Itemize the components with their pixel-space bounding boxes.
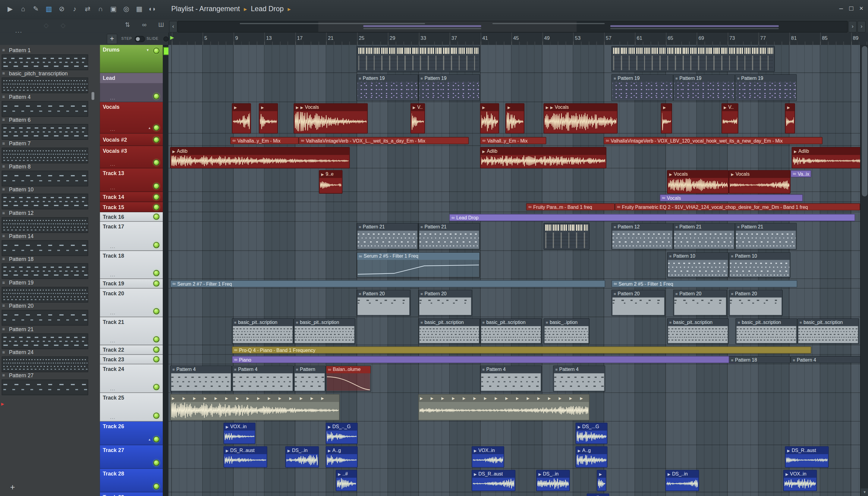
clip-ds-r-aust[interactable]: ▶DS_R..aust bbox=[785, 446, 828, 468]
maximize-button[interactable]: □ bbox=[847, 4, 856, 12]
pattern-list-item[interactable]: ≡Pattern 10 bbox=[0, 186, 100, 209]
track-header-track-27[interactable]: Track 27 bbox=[100, 445, 163, 469]
select-tool-icon[interactable]: ▣ bbox=[108, 5, 119, 13]
clip-valhallavintageverb-vox-lbv-120-vocal-hook-wet-its-a-new-day-em-mix[interactable]: ∞ValhallaVintageVerb - VOX_LBV_120_vocal… bbox=[604, 137, 823, 144]
track-menu-dots[interactable]: ... bbox=[110, 185, 115, 190]
clip-pattern-21[interactable]: ≡Pattern 21 bbox=[673, 223, 735, 250]
clip-pattern-4[interactable]: ≡Pattern 4 bbox=[232, 366, 294, 392]
clip-pattern-21[interactable]: ≡Pattern 21 bbox=[735, 223, 797, 250]
track-header-track-29[interactable]: Track 29 bbox=[100, 492, 163, 496]
track-header-track-20[interactable]: Track 20... bbox=[100, 289, 163, 317]
clip-pattern-20[interactable]: ≡Pattern 20 bbox=[357, 290, 410, 316]
clip-vocals[interactable]: ▶Vocals bbox=[729, 170, 791, 193]
track-led[interactable] bbox=[153, 194, 159, 200]
clip-basic-pit-scription[interactable]: ≡basic_pit..scription bbox=[418, 318, 480, 344]
clip-balan-olume[interactable]: ∞Balan..olume bbox=[326, 366, 371, 392]
pattern-list-item[interactable]: ≡Pattern 1 bbox=[0, 47, 100, 70]
track-led[interactable] bbox=[153, 125, 159, 131]
track-led[interactable] bbox=[153, 183, 159, 189]
clip-a-g[interactable]: ▶A..g bbox=[575, 446, 607, 468]
clip-pattern-4[interactable]: ≡Pattern 4 bbox=[480, 366, 542, 392]
track-header-track-18[interactable]: Track 18... bbox=[100, 251, 163, 279]
clip-basic-pit-scription[interactable]: ≡basic_pit..scription bbox=[797, 318, 859, 344]
clip-pattern-12[interactable]: ≡Pattern 12 bbox=[611, 223, 673, 250]
clip-basic-pit-scription[interactable]: ≡basic_pit..scription bbox=[232, 318, 294, 344]
track-header-track-19[interactable]: Track 19 bbox=[100, 279, 163, 289]
clip-valhall-y-em-mix[interactable]: ∞Valhall..y_Em - Mix bbox=[480, 137, 546, 144]
pattern-list-item[interactable]: ≡Pattern 19 bbox=[0, 280, 100, 303]
playhead-marker-icon[interactable]: ▶ bbox=[170, 35, 174, 41]
pattern-list-item[interactable]: ≡Pattern 8 bbox=[0, 163, 100, 186]
clip-pattern-21[interactable]: ≡Pattern 21 bbox=[357, 223, 418, 250]
pattern-length-icon[interactable]: Ш bbox=[156, 21, 166, 28]
clip-adlib[interactable]: ▶Adlib bbox=[170, 147, 350, 168]
pattern-list-item[interactable]: ≡Pattern 24 bbox=[0, 349, 100, 372]
track-header-track-15[interactable]: Track 15 bbox=[100, 202, 163, 213]
clip-ds-in[interactable]: ▶DS_..in bbox=[665, 470, 699, 491]
clip-chops[interactable]: ▶▶▶▶▶▶▶▶▶▶▶▶▶▶▶ bbox=[170, 394, 340, 421]
pattern-list-item[interactable]: ≡Pattern 4 bbox=[0, 94, 100, 117]
track-header-track-22[interactable]: Track 22 bbox=[100, 345, 163, 355]
track-led[interactable] bbox=[153, 93, 159, 99]
vertical-scrollbar[interactable]: ▼ bbox=[860, 45, 868, 496]
clip-adlib[interactable]: ▶Adlib bbox=[480, 147, 606, 168]
track-header-track-26[interactable]: Track 26▲ bbox=[100, 422, 163, 445]
clip-vocals[interactable]: ▶▶Vocals bbox=[294, 103, 368, 134]
collapse-arrow-icon[interactable]: ▲ bbox=[148, 126, 151, 129]
clip-pattern-20[interactable]: ≡Pattern 20 bbox=[418, 290, 472, 316]
scroll-right-end-button[interactable]: › bbox=[857, 21, 866, 33]
clip-pattern-20[interactable]: ≡Pattern 20 bbox=[611, 290, 665, 316]
clip-lead-drop[interactable]: ∞Lead Drop bbox=[449, 214, 855, 221]
clip-v[interactable]: ▶V.. bbox=[410, 103, 425, 134]
clip-clip[interactable]: ▶..# bbox=[587, 493, 609, 496]
slide-toggle[interactable] bbox=[164, 36, 169, 42]
track-menu-dots[interactable]: ... bbox=[110, 244, 115, 249]
playlist-grid[interactable]: ≡Pattern 19≡Pattern 19≡Pattern 19≡Patter… bbox=[169, 45, 860, 496]
track-header-track-16[interactable]: Track 16 bbox=[100, 212, 163, 222]
clip-serum-2-5-filter-1-freq[interactable]: ∞Serum 2 #5 - Filter 1 Freq bbox=[357, 252, 480, 278]
paint-tool-icon[interactable]: ▥ bbox=[43, 5, 54, 13]
scroll-left-button[interactable]: ‹ bbox=[169, 21, 177, 33]
pattern-list-item[interactable]: ≡Pattern 7 bbox=[0, 140, 100, 163]
track-header-track-14[interactable]: Track 14 bbox=[100, 192, 163, 202]
track-header-vocals[interactable]: Vocals...▲ bbox=[100, 102, 163, 134]
track-header-track-24[interactable]: Track 24... bbox=[100, 364, 163, 393]
clip-basic-pit-scription[interactable]: ≡basic_pit..scription bbox=[294, 318, 355, 344]
track-header-track-25[interactable]: Track 25... bbox=[100, 393, 163, 422]
track-menu-dots[interactable]: ... bbox=[110, 310, 115, 315]
step-toggle[interactable] bbox=[135, 36, 145, 42]
clip-pattern-19[interactable]: ≡Pattern 19 bbox=[418, 74, 480, 101]
clip-basic-pit-scription[interactable]: ≡basic_pit..scription bbox=[480, 318, 542, 344]
track-led[interactable] bbox=[153, 413, 159, 419]
clip-basic-pit-scription[interactable]: ≡basic_pit..scription bbox=[667, 318, 729, 344]
preview-tool-icon[interactable]: ▦ bbox=[134, 5, 145, 13]
clip-fruity-parametric-eq-2-91v-vha2-124-vocal-chop-desire-for-me-dm-band-1-freq[interactable]: ∞Fruity Parametric EQ 2 - 91V_VHA2_124_v… bbox=[615, 203, 860, 210]
clip-pattern-19[interactable]: ≡Pattern 19 bbox=[611, 74, 673, 101]
clip-ds-in[interactable]: ▶DS_..in bbox=[285, 446, 319, 468]
pattern-list-item[interactable]: ≡Pattern 21 bbox=[0, 326, 100, 349]
pattern-list-item[interactable]: ≡Pattern 14 bbox=[0, 233, 100, 256]
clip-pattern-20[interactable]: ≡Pattern 20 bbox=[673, 290, 727, 316]
clip-pro-q-4-piano-band-1-frequency[interactable]: ∞Pro-Q 4 - Piano - Band 1 Frequency bbox=[232, 346, 811, 354]
track-menu-dots[interactable]: ... bbox=[110, 386, 115, 391]
link-icon[interactable]: ∞ bbox=[139, 21, 150, 28]
clip-drums[interactable] bbox=[611, 46, 775, 72]
track-menu-dots[interactable]: ... bbox=[110, 338, 115, 343]
dropdown-arrow-icon[interactable]: ▼ bbox=[146, 48, 149, 51]
clip-adlib[interactable]: ▶Adlib bbox=[792, 147, 860, 168]
play-icon[interactable]: ▶ bbox=[4, 5, 16, 13]
clip-piano[interactable]: ∞Piano bbox=[232, 356, 735, 363]
track-led[interactable] bbox=[153, 336, 159, 342]
track-led[interactable] bbox=[153, 384, 159, 390]
mute-tool-icon[interactable]: ⊘ bbox=[56, 5, 67, 13]
track-led[interactable] bbox=[153, 270, 159, 276]
clip-pattern[interactable]: ≡Pattern bbox=[294, 366, 326, 392]
clip-pattern-20[interactable]: ≡Pattern 20 bbox=[729, 290, 783, 316]
track-menu-dots[interactable]: ... bbox=[110, 273, 115, 278]
vertical-scrollbar-handle[interactable] bbox=[862, 46, 868, 197]
clip-v[interactable]: ▶V.. bbox=[722, 103, 739, 134]
pattern-list-item[interactable]: ≡basic_pitch_transcription bbox=[0, 70, 100, 93]
pattern-sidebar-scrollbar[interactable] bbox=[92, 92, 94, 100]
zoom-tool-icon[interactable]: ◎ bbox=[121, 5, 132, 13]
clip-serum-2-7-filter-1-freq[interactable]: ∞Serum 2 #7 - Filter 1 Freq bbox=[170, 280, 605, 288]
